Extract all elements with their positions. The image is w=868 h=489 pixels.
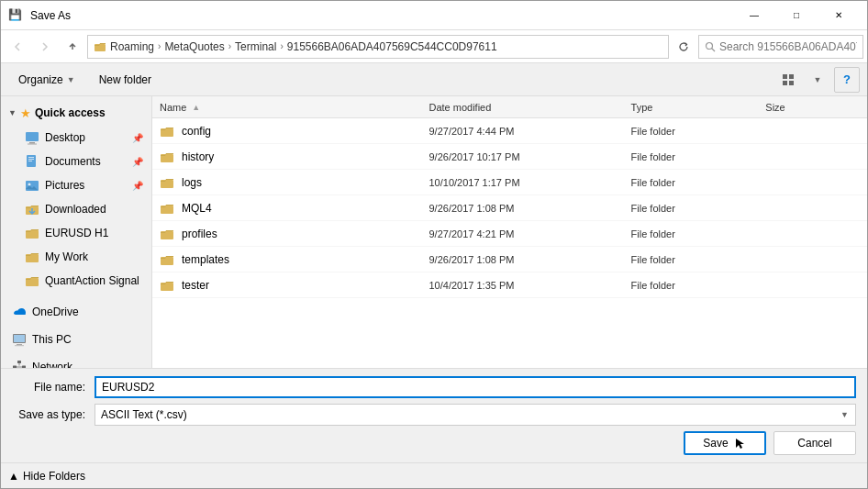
filename-input[interactable] <box>95 376 856 398</box>
svg-rect-12 <box>28 159 34 160</box>
refresh-button[interactable] <box>671 34 696 60</box>
quick-access-star-icon: ★ <box>20 106 31 120</box>
sidebar-item-label-desktop: Desktop <box>45 131 85 144</box>
sidebar-item-onedrive[interactable]: OneDrive <box>1 300 151 324</box>
search-box[interactable] <box>698 35 863 59</box>
svg-line-2 <box>712 48 716 51</box>
svg-rect-21 <box>14 335 25 342</box>
savetype-row: Save as type: ASCII Text (*.csv) <box>12 404 856 426</box>
view-dropdown-arrow: ▼ <box>814 75 822 84</box>
svg-marker-39 <box>736 439 744 449</box>
svg-rect-23 <box>15 345 24 346</box>
toolbar: Organize ▼ New folder ▼ ? <box>1 63 867 96</box>
sidebar-item-downloaded[interactable]: Downloaded <box>1 197 151 221</box>
sidebar-item-label-quantaction: QuantAction Signal <box>45 274 139 287</box>
column-header-name[interactable]: Name ▲ <box>160 102 428 113</box>
address-path[interactable]: Roaming › MetaQuotes › Terminal › 915566… <box>87 35 669 59</box>
file-type: File folder <box>631 254 766 265</box>
forward-button[interactable] <box>32 34 58 60</box>
file-date: 9/27/2017 4:21 PM <box>428 228 630 239</box>
sidebar-item-quantaction[interactable]: QuantAction Signal <box>1 269 151 293</box>
back-button[interactable] <box>5 34 30 60</box>
column-header-type[interactable]: Type <box>631 102 766 113</box>
up-button[interactable] <box>60 34 85 60</box>
sidebar-item-network[interactable]: Network <box>1 355 151 368</box>
save-button[interactable]: Save <box>684 431 766 455</box>
file-rows-container: config 9/27/2017 4:44 PM File folder his… <box>152 118 867 298</box>
cursor-icon <box>734 437 747 450</box>
sidebar-item-mywork[interactable]: My Work <box>1 245 151 269</box>
chevron-down-icon: ▼ <box>8 108 17 117</box>
column-header-date[interactable]: Date modified <box>428 102 630 113</box>
pin-icon-documents: 📌 <box>131 155 144 168</box>
mywork-folder-icon <box>25 250 39 264</box>
file-row[interactable]: history 9/26/2017 10:17 PM File folder <box>152 144 867 170</box>
view-grid-icon <box>782 73 795 86</box>
help-button[interactable]: ? <box>834 67 860 93</box>
pin-icon-desktop: 📌 <box>131 131 144 144</box>
sidebar-item-label-mywork: My Work <box>45 250 88 263</box>
savetype-select[interactable]: ASCII Text (*.csv) <box>95 404 856 426</box>
file-date: 10/4/2017 1:35 PM <box>428 280 630 291</box>
file-date: 9/26/2017 1:08 PM <box>428 203 630 214</box>
file-row[interactable]: templates 9/26/2017 1:08 PM File folder <box>152 247 867 272</box>
sort-indicator: ▲ <box>192 103 200 112</box>
main-content: ▼ ★ Quick access Desktop 📌 Documents 📌 <box>1 96 867 368</box>
save-label: Save <box>703 437 728 450</box>
path-arrow-3: › <box>280 41 283 51</box>
path-segment-metaquotes: MetaQuotes <box>164 40 224 53</box>
svg-rect-24 <box>17 361 21 363</box>
file-type: File folder <box>631 280 766 291</box>
address-bar: Roaming › MetaQuotes › Terminal › 915566… <box>1 30 867 63</box>
documents-icon <box>25 154 39 169</box>
svg-rect-22 <box>17 344 22 345</box>
folder-icon <box>94 40 106 53</box>
sidebar-item-documents[interactable]: Documents 📌 <box>1 150 151 173</box>
filename-row: File name: <box>12 376 856 398</box>
file-type: File folder <box>631 228 766 239</box>
sidebar-item-label-thispc: This PC <box>32 333 72 346</box>
pictures-icon <box>25 178 39 193</box>
cancel-button[interactable]: Cancel <box>773 431 856 455</box>
file-row[interactable]: MQL4 9/26/2017 1:08 PM File folder <box>152 195 867 221</box>
new-folder-label: New folder <box>99 73 151 86</box>
sidebar-item-eurusd[interactable]: EURUSD H1 <box>1 221 151 245</box>
file-name: profiles <box>182 228 217 240</box>
svg-rect-4 <box>789 74 794 79</box>
hide-folders-label: Hide Folders <box>23 470 85 483</box>
savetype-label: Save as type: <box>12 408 95 421</box>
new-folder-button[interactable]: New folder <box>89 67 161 93</box>
maximize-button[interactable]: □ <box>775 1 818 30</box>
title-bar: 💾 Save As — □ ✕ <box>1 1 867 30</box>
sidebar-item-desktop[interactable]: Desktop 📌 <box>1 126 151 150</box>
minimize-button[interactable]: — <box>733 1 775 30</box>
file-name: MQL4 <box>182 202 212 215</box>
sidebar-header-quick-access[interactable]: ▼ ★ Quick access <box>1 100 151 126</box>
svg-rect-5 <box>783 81 787 85</box>
search-input[interactable] <box>719 40 857 53</box>
save-as-dialog: 💾 Save As — □ ✕ Roaming › MetaQuotes › T… <box>0 0 868 489</box>
file-row[interactable]: config 9/27/2017 4:44 PM File folder <box>152 118 867 144</box>
sidebar-item-thispc[interactable]: This PC <box>1 328 151 351</box>
desktop-icon <box>25 130 39 145</box>
folder-icon <box>160 252 174 267</box>
view-toggle-button[interactable] <box>775 67 801 93</box>
file-row[interactable]: profiles 9/27/2017 4:21 PM File folder <box>152 221 867 247</box>
window-controls: — □ ✕ <box>733 1 860 30</box>
file-type: File folder <box>631 177 766 188</box>
svg-rect-7 <box>26 132 39 141</box>
quantaction-folder-icon <box>25 273 39 288</box>
network-icon <box>12 360 27 368</box>
close-button[interactable]: ✕ <box>818 1 860 30</box>
sidebar-item-pictures[interactable]: Pictures 📌 <box>1 173 151 197</box>
toolbar-right: ▼ ? <box>775 67 860 93</box>
file-row[interactable]: tester 10/4/2017 1:35 PM File folder <box>152 272 867 298</box>
hide-folders-button[interactable]: ▲ Hide Folders <box>8 470 85 483</box>
file-type: File folder <box>631 151 766 162</box>
view-dropdown-button[interactable]: ▼ <box>805 67 830 93</box>
column-header-size[interactable]: Size <box>765 102 860 113</box>
file-row[interactable]: logs 10/10/2017 1:17 PM File folder <box>152 170 867 195</box>
file-type: File folder <box>631 203 766 214</box>
svg-point-1 <box>707 42 713 49</box>
organize-button[interactable]: Organize ▼ <box>8 67 85 93</box>
